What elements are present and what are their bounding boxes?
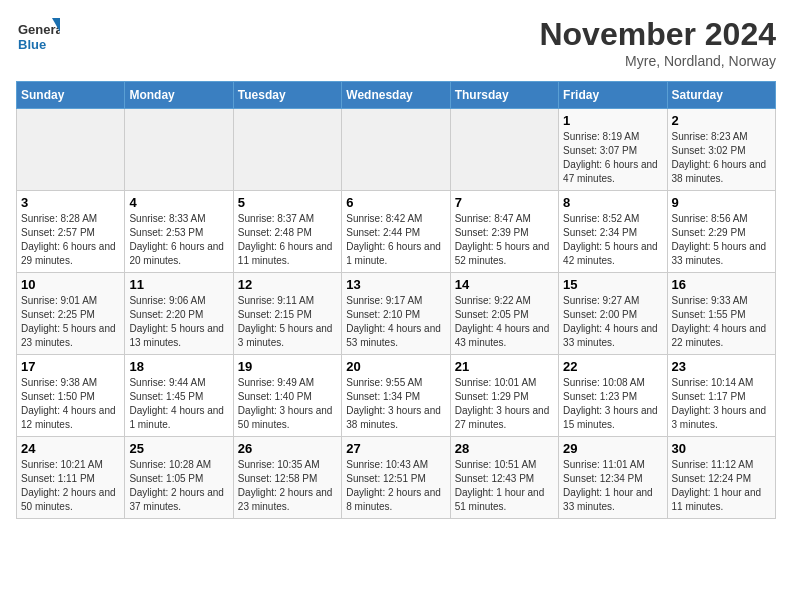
table-row: 22Sunrise: 10:08 AM Sunset: 1:23 PM Dayl… — [559, 355, 667, 437]
table-row: 9Sunrise: 8:56 AM Sunset: 2:29 PM Daylig… — [667, 191, 775, 273]
table-row: 15Sunrise: 9:27 AM Sunset: 2:00 PM Dayli… — [559, 273, 667, 355]
table-row: 19Sunrise: 9:49 AM Sunset: 1:40 PM Dayli… — [233, 355, 341, 437]
day-info: Sunrise: 8:42 AM Sunset: 2:44 PM Dayligh… — [346, 212, 445, 268]
calendar-week-row: 17Sunrise: 9:38 AM Sunset: 1:50 PM Dayli… — [17, 355, 776, 437]
table-row: 28Sunrise: 10:51 AM Sunset: 12:43 PM Day… — [450, 437, 558, 519]
day-info: Sunrise: 8:33 AM Sunset: 2:53 PM Dayligh… — [129, 212, 228, 268]
table-row: 13Sunrise: 9:17 AM Sunset: 2:10 PM Dayli… — [342, 273, 450, 355]
table-row: 1Sunrise: 8:19 AM Sunset: 3:07 PM Daylig… — [559, 109, 667, 191]
table-row: 25Sunrise: 10:28 AM Sunset: 1:05 PM Dayl… — [125, 437, 233, 519]
calendar-body: 1Sunrise: 8:19 AM Sunset: 3:07 PM Daylig… — [17, 109, 776, 519]
table-row — [17, 109, 125, 191]
day-number: 28 — [455, 441, 554, 456]
calendar-week-row: 24Sunrise: 10:21 AM Sunset: 1:11 PM Dayl… — [17, 437, 776, 519]
calendar-header: Sunday Monday Tuesday Wednesday Thursday… — [17, 82, 776, 109]
header-thursday: Thursday — [450, 82, 558, 109]
day-number: 17 — [21, 359, 120, 374]
table-row: 30Sunrise: 11:12 AM Sunset: 12:24 PM Day… — [667, 437, 775, 519]
header-tuesday: Tuesday — [233, 82, 341, 109]
day-info: Sunrise: 9:22 AM Sunset: 2:05 PM Dayligh… — [455, 294, 554, 350]
day-info: Sunrise: 11:12 AM Sunset: 12:24 PM Dayli… — [672, 458, 771, 514]
day-info: Sunrise: 9:17 AM Sunset: 2:10 PM Dayligh… — [346, 294, 445, 350]
day-number: 6 — [346, 195, 445, 210]
table-row: 24Sunrise: 10:21 AM Sunset: 1:11 PM Dayl… — [17, 437, 125, 519]
table-row: 2Sunrise: 8:23 AM Sunset: 3:02 PM Daylig… — [667, 109, 775, 191]
day-info: Sunrise: 10:21 AM Sunset: 1:11 PM Daylig… — [21, 458, 120, 514]
day-number: 20 — [346, 359, 445, 374]
day-number: 27 — [346, 441, 445, 456]
table-row: 29Sunrise: 11:01 AM Sunset: 12:34 PM Day… — [559, 437, 667, 519]
table-row: 6Sunrise: 8:42 AM Sunset: 2:44 PM Daylig… — [342, 191, 450, 273]
day-info: Sunrise: 8:19 AM Sunset: 3:07 PM Dayligh… — [563, 130, 662, 186]
day-number: 9 — [672, 195, 771, 210]
day-number: 19 — [238, 359, 337, 374]
day-number: 2 — [672, 113, 771, 128]
table-row: 12Sunrise: 9:11 AM Sunset: 2:15 PM Dayli… — [233, 273, 341, 355]
day-info: Sunrise: 10:14 AM Sunset: 1:17 PM Daylig… — [672, 376, 771, 432]
table-row: 11Sunrise: 9:06 AM Sunset: 2:20 PM Dayli… — [125, 273, 233, 355]
svg-text:General: General — [18, 22, 60, 37]
table-row: 20Sunrise: 9:55 AM Sunset: 1:34 PM Dayli… — [342, 355, 450, 437]
table-row — [233, 109, 341, 191]
day-number: 16 — [672, 277, 771, 292]
table-row — [125, 109, 233, 191]
day-number: 29 — [563, 441, 662, 456]
day-number: 21 — [455, 359, 554, 374]
day-number: 5 — [238, 195, 337, 210]
day-info: Sunrise: 9:44 AM Sunset: 1:45 PM Dayligh… — [129, 376, 228, 432]
day-info: Sunrise: 9:49 AM Sunset: 1:40 PM Dayligh… — [238, 376, 337, 432]
day-info: Sunrise: 10:08 AM Sunset: 1:23 PM Daylig… — [563, 376, 662, 432]
table-row: 5Sunrise: 8:37 AM Sunset: 2:48 PM Daylig… — [233, 191, 341, 273]
day-info: Sunrise: 9:06 AM Sunset: 2:20 PM Dayligh… — [129, 294, 228, 350]
day-info: Sunrise: 8:47 AM Sunset: 2:39 PM Dayligh… — [455, 212, 554, 268]
header-friday: Friday — [559, 82, 667, 109]
calendar-week-row: 1Sunrise: 8:19 AM Sunset: 3:07 PM Daylig… — [17, 109, 776, 191]
day-number: 24 — [21, 441, 120, 456]
table-row: 4Sunrise: 8:33 AM Sunset: 2:53 PM Daylig… — [125, 191, 233, 273]
table-row: 26Sunrise: 10:35 AM Sunset: 12:58 PM Day… — [233, 437, 341, 519]
table-row: 23Sunrise: 10:14 AM Sunset: 1:17 PM Dayl… — [667, 355, 775, 437]
logo-svg: General Blue — [16, 16, 60, 60]
day-number: 22 — [563, 359, 662, 374]
day-number: 7 — [455, 195, 554, 210]
day-info: Sunrise: 10:43 AM Sunset: 12:51 PM Dayli… — [346, 458, 445, 514]
day-number: 14 — [455, 277, 554, 292]
table-row: 10Sunrise: 9:01 AM Sunset: 2:25 PM Dayli… — [17, 273, 125, 355]
day-info: Sunrise: 8:56 AM Sunset: 2:29 PM Dayligh… — [672, 212, 771, 268]
header-saturday: Saturday — [667, 82, 775, 109]
day-info: Sunrise: 10:28 AM Sunset: 1:05 PM Daylig… — [129, 458, 228, 514]
table-row: 14Sunrise: 9:22 AM Sunset: 2:05 PM Dayli… — [450, 273, 558, 355]
title-area: November 2024 Myre, Nordland, Norway — [539, 16, 776, 69]
table-row — [450, 109, 558, 191]
day-info: Sunrise: 8:23 AM Sunset: 3:02 PM Dayligh… — [672, 130, 771, 186]
day-number: 11 — [129, 277, 228, 292]
day-info: Sunrise: 9:01 AM Sunset: 2:25 PM Dayligh… — [21, 294, 120, 350]
day-number: 1 — [563, 113, 662, 128]
day-number: 25 — [129, 441, 228, 456]
day-number: 18 — [129, 359, 228, 374]
table-row: 8Sunrise: 8:52 AM Sunset: 2:34 PM Daylig… — [559, 191, 667, 273]
location-subtitle: Myre, Nordland, Norway — [539, 53, 776, 69]
table-row: 27Sunrise: 10:43 AM Sunset: 12:51 PM Day… — [342, 437, 450, 519]
day-number: 30 — [672, 441, 771, 456]
header-monday: Monday — [125, 82, 233, 109]
svg-text:Blue: Blue — [18, 37, 46, 52]
table-row: 17Sunrise: 9:38 AM Sunset: 1:50 PM Dayli… — [17, 355, 125, 437]
day-number: 15 — [563, 277, 662, 292]
logo: General Blue — [16, 16, 60, 60]
table-row: 18Sunrise: 9:44 AM Sunset: 1:45 PM Dayli… — [125, 355, 233, 437]
day-info: Sunrise: 8:28 AM Sunset: 2:57 PM Dayligh… — [21, 212, 120, 268]
day-number: 26 — [238, 441, 337, 456]
day-number: 13 — [346, 277, 445, 292]
day-info: Sunrise: 9:38 AM Sunset: 1:50 PM Dayligh… — [21, 376, 120, 432]
day-number: 8 — [563, 195, 662, 210]
day-info: Sunrise: 9:33 AM Sunset: 1:55 PM Dayligh… — [672, 294, 771, 350]
table-row — [342, 109, 450, 191]
table-row: 16Sunrise: 9:33 AM Sunset: 1:55 PM Dayli… — [667, 273, 775, 355]
header-wednesday: Wednesday — [342, 82, 450, 109]
day-number: 4 — [129, 195, 228, 210]
day-info: Sunrise: 9:55 AM Sunset: 1:34 PM Dayligh… — [346, 376, 445, 432]
calendar-table: Sunday Monday Tuesday Wednesday Thursday… — [16, 81, 776, 519]
day-info: Sunrise: 9:27 AM Sunset: 2:00 PM Dayligh… — [563, 294, 662, 350]
calendar-week-row: 3Sunrise: 8:28 AM Sunset: 2:57 PM Daylig… — [17, 191, 776, 273]
